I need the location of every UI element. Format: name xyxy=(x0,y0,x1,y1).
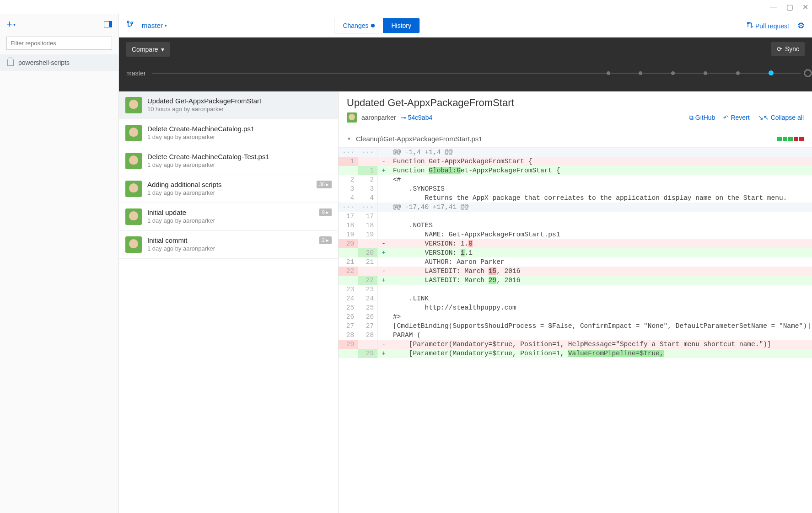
compare-button[interactable]: Compare ▾ xyxy=(126,42,170,57)
diff-line: 1919 NAME: Get-AppxPackageFromStart.ps1 xyxy=(339,230,812,239)
file-path: Cleanup\Get-AppxPackageFromStart.ps1 xyxy=(356,135,483,143)
tab-changes[interactable]: Changes xyxy=(334,18,383,33)
sync-label: Sync xyxy=(785,45,799,53)
diff-line: 1717 xyxy=(339,212,812,221)
commit-list-item[interactable]: Adding additional scripts1 day ago by aa… xyxy=(119,175,338,203)
collapse-all-button[interactable]: ↘↖Collapse all xyxy=(758,114,804,122)
commit-sha-link[interactable]: ⊸ 54c9ab4 xyxy=(401,114,433,121)
diff-line: ······@@ -17,40 +17,41 @@ xyxy=(339,203,812,212)
diff-line: 22- LASTEDIT: March 15, 2016 xyxy=(339,267,812,276)
file-count-badge: 9 ▸ xyxy=(319,208,332,216)
branch-label: master xyxy=(142,21,163,29)
avatar xyxy=(125,125,142,141)
commit-list-item[interactable]: Delete Create-MachineCatalog.ps11 day ag… xyxy=(119,119,338,147)
file-count-badge: 38 ▸ xyxy=(317,181,332,188)
repo-name: powershell-scripts xyxy=(18,59,70,66)
compare-bar: Compare ▾ ⟳ Sync master xyxy=(119,37,812,91)
revert-button[interactable]: ↶Revert xyxy=(723,114,749,122)
commit-list: Updated Get-AppxPackageFromStart10 hours… xyxy=(119,91,339,513)
filter-repos-input[interactable] xyxy=(6,37,112,50)
commit-meta: 1 day ago by aaronparker xyxy=(147,161,332,168)
commit-meta: 10 hours ago by aaronparker xyxy=(147,106,332,112)
diff-line: 2525 http://stealthpuppy.com xyxy=(339,303,812,312)
avatar xyxy=(125,181,142,197)
commit-meta: 1 day ago by aaronparker xyxy=(147,245,314,252)
commit-title: Delete Create-MachineCatalog.ps1 xyxy=(147,125,332,133)
window-controls: — ▢ ✕ xyxy=(0,0,812,14)
tab-label: Changes xyxy=(343,22,368,29)
chevron-down-icon: ▾ xyxy=(161,46,164,53)
commit-meta: 1 day ago by aaronparker xyxy=(147,217,314,224)
diff-panel: Updated Get-AppxPackageFromStart aaronpa… xyxy=(339,91,812,513)
repo-icon xyxy=(7,59,14,66)
changes-indicator-icon xyxy=(371,24,375,27)
commit-list-item[interactable]: Updated Get-AppxPackageFromStart10 hours… xyxy=(119,91,338,119)
avatar xyxy=(125,153,142,169)
file-header[interactable]: ▼ Cleanup\Get-AppxPackageFromStart.ps1 xyxy=(339,130,812,148)
timeline-branch-label: master xyxy=(126,69,146,77)
chevron-down-icon: ▾ xyxy=(13,22,16,27)
commit-title: Updated Get-AppxPackageFromStart xyxy=(147,97,332,105)
commit-list-item[interactable]: Delete Create-MachineCatalog-Test.ps11 d… xyxy=(119,147,338,175)
sync-button[interactable]: ⟳ Sync xyxy=(771,42,805,56)
branch-dropdown[interactable]: master ▾ xyxy=(142,21,167,29)
diff-line: 44 Returns the AppX package that correla… xyxy=(339,193,812,203)
diff-line: 1-Function Get-AppxPackageFromStart { xyxy=(339,157,812,166)
branch-icon xyxy=(126,20,134,31)
avatar xyxy=(125,208,142,225)
pull-request-button[interactable]: Pull request xyxy=(746,21,789,30)
diff-stat xyxy=(777,137,804,141)
revert-icon: ↶ xyxy=(723,114,729,121)
open-github-link[interactable]: ⧉GitHub xyxy=(689,114,715,122)
commit-meta: 1 day ago by aaronparker xyxy=(147,134,332,140)
diff-line: 2626#> xyxy=(339,312,812,321)
link-label: Collapse all xyxy=(771,114,804,121)
diff-line: 22<# xyxy=(339,175,812,184)
diff-line: 1+Function Global:Get-AppxPackageFromSta… xyxy=(339,166,812,175)
diff-line: 2424 .LINK xyxy=(339,294,812,303)
pull-request-label: Pull request xyxy=(755,22,789,30)
tab-label: History xyxy=(391,22,411,29)
collapse-icon: ↘↖ xyxy=(758,114,769,121)
pull-request-icon xyxy=(746,21,753,30)
tab-history[interactable]: History xyxy=(383,18,419,33)
diff-line: 1818 .NOTES xyxy=(339,221,812,230)
diff-line: ······@@ -1,4 +1,4 @@ xyxy=(339,148,812,157)
avatar xyxy=(125,236,142,253)
settings-button[interactable]: ⚙ xyxy=(797,21,805,31)
external-link-icon: ⧉ xyxy=(689,114,694,122)
window-close-icon[interactable]: ✕ xyxy=(802,3,808,11)
add-repo-button[interactable]: +▾ xyxy=(6,18,16,30)
compare-label: Compare xyxy=(132,46,158,53)
commit-list-item[interactable]: Initial commit1 day ago by aaronparker2 … xyxy=(119,231,338,259)
chevron-down-icon: ▾ xyxy=(165,23,167,28)
commit-title: Updated Get-AppxPackageFromStart xyxy=(347,97,804,109)
commit-meta: 1 day ago by aaronparker xyxy=(147,189,311,196)
sha-text: 54c9ab4 xyxy=(408,114,433,121)
avatar xyxy=(125,97,142,113)
chevron-down-icon: ▼ xyxy=(347,136,351,141)
commit-author: aaronparker xyxy=(361,114,396,121)
link-label: Revert xyxy=(731,114,749,121)
header: master ▾ Changes History Pull request xyxy=(119,14,812,37)
commit-title: Delete Create-MachineCatalog-Test.ps1 xyxy=(147,153,332,160)
commit-list-item[interactable]: Initial update1 day ago by aaronparker9 … xyxy=(119,203,338,231)
diff-line: 2323 xyxy=(339,285,812,294)
diff-line: 20+ VERSION: 1.1 xyxy=(339,248,812,257)
diff-line: 29+ [Parameter(Mandatory=$true, Position… xyxy=(339,349,812,358)
plus-icon: + xyxy=(6,18,12,30)
commit-title: Adding additional scripts xyxy=(147,181,311,188)
commit-icon: ⊸ xyxy=(401,114,406,121)
window-minimize-icon[interactable]: — xyxy=(770,3,777,11)
diff-line: 2727[CmdletBinding(SupportsShouldProcess… xyxy=(339,321,812,331)
sync-icon: ⟳ xyxy=(777,45,782,53)
window-maximize-icon[interactable]: ▢ xyxy=(786,3,793,11)
diff-line: 33 .SYNOPSIS xyxy=(339,184,812,193)
sidebar-repo-item[interactable]: powershell-scripts xyxy=(0,54,118,71)
commit-title: Initial update xyxy=(147,208,314,216)
diff-line: 29- [Parameter(Mandatory=$true, Position… xyxy=(339,340,812,349)
link-label: GitHub xyxy=(695,114,715,121)
toggle-sidebar-button[interactable] xyxy=(104,21,112,27)
file-count-badge: 2 ▸ xyxy=(319,236,332,244)
commit-timeline[interactable] xyxy=(152,73,801,74)
